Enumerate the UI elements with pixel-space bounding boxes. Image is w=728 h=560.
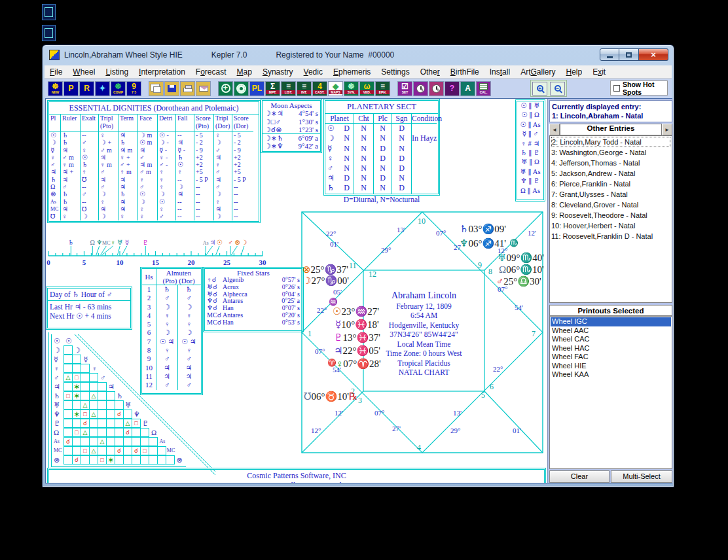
biwheel-chart-icon[interactable] — [234, 81, 249, 96]
menu-settings[interactable]: Settings — [376, 66, 414, 78]
menu-exit[interactable]: Exit — [587, 66, 611, 78]
desktop-icon[interactable] — [42, 4, 56, 20]
print-icon[interactable] — [180, 81, 195, 96]
entry-item[interactable]: 7: Grant,Ulysses - Natal — [551, 189, 670, 200]
page-layout-icon[interactable]: PL — [249, 81, 264, 96]
printout-item[interactable]: Wheel IGC — [551, 317, 671, 326]
close-button[interactable]: × — [639, 48, 668, 61]
menu-synastry[interactable]: Synastry — [257, 66, 299, 78]
printout-item[interactable]: Wheel HIE — [551, 362, 671, 371]
menu-other[interactable]: Other — [415, 66, 445, 78]
return-chart-icon[interactable]: R — [79, 81, 94, 96]
dignities-cell: ♀ — [158, 183, 176, 190]
entry-item[interactable]: 11: Roosevelt,Franklin D - Natal — [551, 231, 670, 241]
menu-birthfile[interactable]: BirthFile — [445, 66, 484, 78]
aspect-grid-cell — [106, 410, 115, 419]
title-bar[interactable]: Lincoln,Abraham Wheel Style HIE Kepler 7… — [43, 45, 674, 65]
menu-interpretation[interactable]: Interpretation — [134, 66, 191, 78]
entry-item[interactable]: 9: Roosevelt,Theodore - Natal — [551, 210, 670, 220]
cusp-label: ♏ — [509, 239, 519, 247]
aspect-grid-cell — [98, 446, 107, 455]
moon-aspect-row: ☽∗♄6°09' a — [263, 134, 320, 143]
maximize-button[interactable] — [619, 48, 639, 61]
entry-item[interactable]: 4: Jefferson,Thomas - Natal — [551, 158, 670, 168]
vedic-icon[interactable]: ωVED. — [359, 81, 374, 96]
composite-chart-icon[interactable]: ☸COMP — [111, 81, 126, 96]
menu-artgallery[interactable]: ArtGallery — [515, 66, 560, 78]
dignities-cell: +2 — [232, 161, 253, 168]
menu-listing[interactable]: Listing — [100, 66, 134, 78]
desktop-icon[interactable] — [42, 25, 56, 41]
dignities-cell: ♀ — [214, 198, 232, 205]
entry-item[interactable]: 5: Jackson,Andrew - Natal — [551, 168, 670, 179]
aspect-grid-planet: ♃ — [107, 382, 116, 391]
menu-file[interactable]: File — [45, 66, 67, 78]
menu-forecast[interactable]: Forecast — [191, 66, 232, 78]
email-icon[interactable] — [196, 81, 211, 96]
entry-item[interactable]: 10: Hoover,Herbert - Natal — [551, 220, 670, 231]
ephemeris-icon[interactable]: ≡EPH. — [375, 81, 390, 96]
printouts-list[interactable]: Wheel IGCWheel AACWheel CACWheel HACWhee… — [549, 316, 672, 469]
entries-scroll-right-button[interactable]: ► — [662, 124, 672, 135]
show-hot-spots-toggle[interactable]: Show Hot Spots — [610, 80, 668, 96]
menu-wheel[interactable]: Wheel — [67, 66, 100, 78]
zoom-in-button[interactable]: + — [532, 82, 547, 96]
house-number-1: 1 — [308, 329, 312, 339]
entry-item[interactable]: 2: Lincoln,Mary Todd - Natal — [551, 137, 670, 147]
relocate-chart-icon[interactable]: ✦ — [95, 81, 110, 96]
registration-text: Registered to Your Name #00000 — [276, 50, 394, 60]
entries-scroll-left-button[interactable]: ◄ — [549, 124, 560, 135]
minimize-button[interactable] — [600, 48, 619, 61]
cusp-label: 54' — [515, 304, 523, 311]
printout-item[interactable]: Wheel HAC — [551, 344, 671, 353]
settings-icon[interactable]: ☑SET — [397, 81, 412, 96]
calendar-icon[interactable]: CAL. — [476, 81, 491, 96]
midpoint-icon[interactable]: ΣMPT. — [265, 81, 280, 96]
printout-item[interactable]: Wheel AAC — [551, 326, 671, 336]
dignities-col-header: Face — [138, 114, 158, 131]
hot-spots-checkbox[interactable] — [613, 85, 620, 92]
footer-line2: 6212 NW 43 St, Suite B, Gainesville, FL … — [49, 481, 544, 483]
printout-item[interactable]: Wheel KAA — [551, 370, 671, 379]
svg-text:♀: ♀ — [111, 239, 116, 246]
aspect-grid-cell — [81, 391, 90, 400]
multi-select-button[interactable]: Multi-Select — [611, 470, 672, 483]
natal-chart-wheel[interactable]: Abraham LincolnFebruary 12, 18096:54 AMH… — [301, 211, 543, 453]
list-icon[interactable]: ≡LIST. — [281, 81, 296, 96]
wheel-planet-position: ☉23°♒27' — [333, 306, 379, 317]
new-chart-icon[interactable]: ☸NEW — [48, 81, 63, 96]
printout-item[interactable]: Wheel FAC — [551, 353, 671, 362]
dignities-cell: ⊗ — [49, 190, 61, 198]
harmonic-chart-icon[interactable]: 97 5 — [126, 81, 141, 96]
house-number-4: 4 — [417, 443, 421, 453]
synastry-icon[interactable]: ☸SYN. — [344, 81, 359, 96]
menu-ephemeris[interactable]: Ephemeris — [328, 66, 376, 78]
progressed-chart-icon[interactable]: P — [64, 81, 79, 96]
copy-window-icon[interactable] — [149, 81, 164, 96]
menu-map[interactable]: Map — [232, 66, 257, 78]
entry-item[interactable]: 8: Cleveland,Grover - Natal — [551, 200, 670, 210]
time-now-icon[interactable] — [413, 81, 428, 96]
clear-button[interactable]: Clear — [549, 470, 610, 483]
time-adjust-icon[interactable] — [429, 81, 444, 96]
moon-aspect-row: ☽∗♆9°42' a — [263, 142, 320, 150]
menu-vedic[interactable]: Vedic — [299, 66, 328, 78]
wheel-chart-icon[interactable] — [218, 81, 233, 96]
entries-list[interactable]: 2: Lincoln,Mary Todd - Natal3: Washingto… — [549, 135, 672, 303]
interpretation-icon[interactable]: ≡INT. — [297, 81, 312, 96]
menu-help[interactable]: Help — [561, 66, 588, 78]
dignities-cell: ♀ — [118, 213, 138, 220]
entry-item[interactable]: 3: Washington,George - Natal — [551, 147, 670, 158]
printout-item[interactable]: Wheel CAC — [551, 335, 671, 344]
art-gallery-icon[interactable]: A — [460, 81, 475, 96]
help-icon[interactable]: ? — [445, 81, 460, 96]
menu-install[interactable]: Install — [484, 66, 515, 78]
dignities-col-header: Score(Pto) — [194, 114, 214, 131]
entry-item[interactable]: 6: Pierce,Franklin - Natal — [551, 179, 670, 189]
aspect-grid-cell — [89, 419, 98, 428]
save-icon[interactable] — [164, 81, 179, 96]
cast-chart-icon[interactable]: 4CAST. — [312, 81, 327, 96]
maps-icon[interactable]: ◆MAPS — [328, 81, 343, 96]
zoom-out-button[interactable]: − — [550, 82, 565, 96]
aspect-grid-cell — [132, 455, 141, 464]
